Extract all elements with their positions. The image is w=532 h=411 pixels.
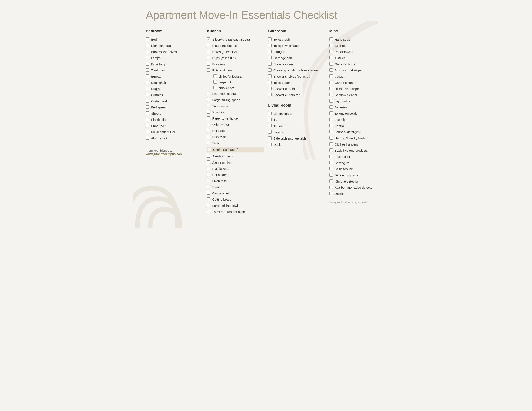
checkbox[interactable] [146, 124, 149, 127]
checkbox[interactable] [329, 87, 333, 90]
list-item: Toilet paper [268, 80, 325, 85]
checkbox[interactable] [329, 142, 333, 146]
checkbox[interactable] [329, 118, 333, 121]
checkbox[interactable] [207, 56, 210, 59]
list-item: Batteries [329, 105, 386, 110]
checkbox[interactable] [207, 116, 210, 120]
checkbox[interactable] [329, 99, 333, 103]
list-item: Toaster or toaster oven [207, 210, 264, 214]
checkbox[interactable] [329, 179, 333, 183]
checkbox[interactable] [213, 80, 217, 84]
checkbox[interactable] [207, 154, 210, 158]
checkbox[interactable] [146, 44, 149, 47]
checkbox[interactable] [207, 62, 210, 65]
checkbox[interactable] [146, 118, 149, 121]
checkbox[interactable] [268, 142, 272, 146]
checkbox[interactable] [207, 37, 210, 41]
checkbox[interactable] [329, 161, 333, 164]
checkbox[interactable] [268, 112, 272, 115]
checkbox[interactable] [268, 68, 272, 72]
checkbox[interactable] [329, 124, 333, 127]
checkbox[interactable] [146, 37, 149, 41]
checkbox[interactable] [213, 75, 217, 78]
checkbox[interactable] [208, 148, 211, 151]
checkbox[interactable] [207, 110, 210, 114]
checkbox[interactable] [268, 124, 272, 127]
checkbox[interactable] [268, 87, 272, 90]
checkbox[interactable] [207, 167, 210, 170]
checkbox[interactable] [207, 210, 210, 213]
checkbox[interactable] [268, 50, 272, 53]
checkbox[interactable] [329, 68, 333, 72]
list-item: Bureau [146, 74, 203, 79]
checkbox[interactable] [329, 50, 333, 53]
checkbox[interactable] [207, 173, 210, 176]
checkbox[interactable] [207, 50, 210, 53]
checkbox[interactable] [207, 122, 210, 126]
checkbox[interactable] [268, 75, 272, 78]
checkbox[interactable] [329, 81, 333, 84]
list-item: Sponges [329, 43, 386, 48]
checkbox[interactable] [207, 98, 210, 101]
list-item: Oven mits [207, 179, 264, 183]
checkbox[interactable] [146, 136, 149, 140]
checkbox[interactable] [268, 93, 272, 96]
checkbox[interactable] [329, 93, 333, 96]
footer-link[interactable]: www.jumpoffcampus.com [146, 152, 183, 156]
checkbox[interactable] [213, 86, 217, 89]
checkbox[interactable] [329, 105, 333, 109]
checkbox[interactable] [329, 136, 333, 140]
checkbox[interactable] [329, 75, 333, 78]
checkbox[interactable] [146, 62, 149, 65]
checkbox[interactable] [146, 56, 149, 59]
checkbox[interactable] [146, 75, 149, 78]
checkbox[interactable] [146, 93, 149, 96]
checkbox[interactable] [329, 37, 333, 41]
checkbox[interactable] [207, 179, 210, 182]
checkbox[interactable] [146, 68, 149, 72]
checkbox[interactable] [268, 81, 272, 84]
checkbox[interactable] [329, 173, 333, 177]
checkbox[interactable] [207, 68, 210, 72]
checkbox[interactable] [207, 204, 210, 207]
checkbox[interactable] [146, 87, 149, 90]
checkbox[interactable] [268, 136, 272, 140]
list-item: Extension cords [329, 111, 386, 116]
checkbox[interactable] [329, 62, 333, 65]
checkbox[interactable] [207, 185, 210, 188]
checkbox[interactable] [268, 130, 272, 134]
checkbox[interactable] [146, 112, 149, 115]
list-item: Cleaning brush to clean shower [268, 68, 325, 73]
checkbox[interactable] [329, 167, 333, 170]
checkbox[interactable] [329, 112, 333, 115]
checkbox[interactable] [146, 130, 149, 133]
checkbox[interactable] [207, 197, 210, 201]
list-item: *Carbon monoxide detector [329, 185, 386, 190]
checkbox[interactable] [146, 81, 149, 84]
checkbox[interactable] [207, 135, 210, 138]
checkbox[interactable] [268, 62, 272, 65]
checkbox[interactable] [146, 99, 149, 103]
checkbox[interactable] [329, 56, 333, 59]
checkbox[interactable] [207, 104, 210, 107]
checkbox[interactable] [329, 186, 333, 189]
checkbox[interactable] [329, 155, 333, 158]
checkbox[interactable] [268, 118, 272, 121]
list-item: Décor [329, 191, 386, 196]
checkbox[interactable] [329, 149, 333, 152]
checkbox[interactable] [268, 44, 272, 47]
checkbox[interactable] [146, 105, 149, 109]
checkbox[interactable] [329, 192, 333, 195]
checkbox[interactable] [329, 44, 333, 47]
checkbox[interactable] [207, 141, 210, 144]
list-item: Fan(s) [329, 124, 386, 128]
checkbox[interactable] [207, 92, 210, 95]
checkbox[interactable] [207, 129, 210, 132]
checkbox[interactable] [146, 50, 149, 53]
checkbox[interactable] [268, 37, 272, 41]
checkbox[interactable] [207, 191, 210, 195]
checkbox[interactable] [207, 44, 210, 47]
checkbox[interactable] [268, 56, 272, 59]
checkbox[interactable] [329, 130, 333, 133]
checkbox[interactable] [207, 160, 210, 164]
